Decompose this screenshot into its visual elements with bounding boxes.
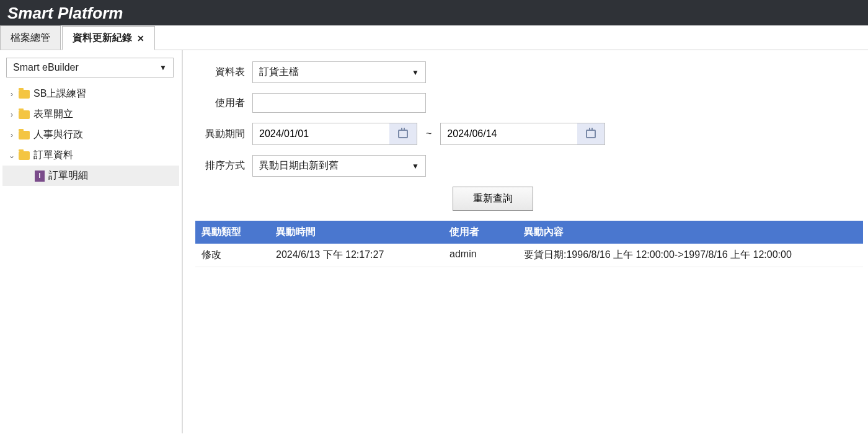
- chevron-down-icon: ⌄: [9, 151, 15, 160]
- col-header-content: 異動內容: [518, 221, 863, 244]
- date-from-picker-button[interactable]: [389, 123, 417, 144]
- cell-content: 要貨日期:1996/8/16 上午 12:00:00->1997/8/16 上午…: [518, 244, 863, 267]
- chevron-down-icon: ▼: [159, 63, 167, 72]
- tree-node-sb-practice[interactable]: › SB上課練習: [2, 84, 179, 104]
- table-select-value: 訂貨主檔: [259, 66, 299, 79]
- folder-icon: [19, 110, 30, 119]
- sidebar: Smart eBuilder ▼ › SB上課練習 › 表單開立 › 人事與行政…: [0, 50, 183, 433]
- table-select[interactable]: 訂貨主檔 ▼: [252, 61, 426, 83]
- date-range-separator: ~: [426, 128, 432, 140]
- chevron-down-icon: ▼: [412, 68, 419, 77]
- tree-node-label: 人事與行政: [33, 128, 83, 141]
- user-label: 使用者: [195, 97, 245, 110]
- col-header-user: 使用者: [443, 221, 518, 244]
- tree-node-label: SB上課練習: [33, 87, 86, 100]
- grid-header: 異動類型 異動時間 使用者 異動內容: [195, 221, 863, 244]
- sort-select[interactable]: 異動日期由新到舊 ▼: [252, 155, 426, 177]
- chevron-right-icon: ›: [9, 110, 15, 119]
- tab-data-update-log[interactable]: 資料更新紀錄 ✕: [62, 26, 155, 50]
- folder-icon: [19, 151, 30, 160]
- folder-icon: [19, 90, 30, 99]
- tree-node-form-create[interactable]: › 表單開立: [2, 104, 179, 125]
- date-to-picker-button[interactable]: [577, 123, 604, 144]
- cell-user: admin: [443, 244, 518, 267]
- file-icon: I: [35, 170, 45, 182]
- table-label: 資料表: [195, 66, 245, 79]
- tab-label: 資料更新紀錄: [73, 32, 132, 45]
- nav-tree: › SB上課練習 › 表單開立 › 人事與行政 ⌄ 訂單資料 I 訂單明: [2, 84, 179, 186]
- tab-bar: 檔案總管 資料更新紀錄 ✕: [0, 25, 868, 50]
- tree-node-hr-admin[interactable]: › 人事與行政: [2, 125, 179, 145]
- date-to-input[interactable]: [441, 125, 577, 143]
- tree-node-order-detail[interactable]: I 訂單明細: [2, 166, 179, 186]
- project-select[interactable]: Smart eBuilder ▼: [6, 58, 174, 78]
- tree-node-label: 表單開立: [33, 108, 73, 121]
- result-grid: 異動類型 異動時間 使用者 異動內容 修改 2024/6/13 下午 12:17…: [195, 221, 863, 267]
- tab-label: 檔案總管: [11, 32, 50, 45]
- chevron-right-icon: ›: [9, 131, 15, 140]
- tab-file-manager[interactable]: 檔案總管: [0, 25, 61, 50]
- period-label: 異動期間: [195, 128, 245, 141]
- calendar-icon: [586, 130, 596, 138]
- user-input[interactable]: [252, 93, 426, 113]
- sort-select-value: 異動日期由新到舊: [259, 159, 339, 172]
- main-area: Smart eBuilder ▼ › SB上課練習 › 表單開立 › 人事與行政…: [0, 50, 868, 433]
- tree-node-order-data[interactable]: ⌄ 訂單資料: [2, 145, 179, 166]
- chevron-down-icon: ▼: [412, 162, 419, 170]
- sort-label: 排序方式: [195, 159, 245, 172]
- folder-icon: [19, 131, 30, 140]
- app-header: Smart Platform: [0, 0, 868, 25]
- tree-node-label: 訂單資料: [33, 149, 73, 162]
- project-select-value: Smart eBuilder: [13, 62, 79, 73]
- col-header-time: 異動時間: [270, 221, 443, 244]
- app-title: Smart Platform: [7, 4, 861, 23]
- content-panel: 資料表 訂貨主檔 ▼ 使用者 異動期間 ~ 排序方式 異動日: [183, 50, 868, 433]
- date-from-input[interactable]: [253, 125, 389, 143]
- tree-node-label: 訂單明細: [48, 169, 88, 182]
- calendar-icon: [398, 130, 408, 138]
- cell-type: 修改: [195, 244, 270, 267]
- grid-row[interactable]: 修改 2024/6/13 下午 12:17:27 admin 要貨日期:1996…: [195, 244, 863, 267]
- requery-button[interactable]: 重新查詢: [453, 187, 533, 211]
- close-icon[interactable]: ✕: [137, 33, 144, 43]
- col-header-type: 異動類型: [195, 221, 270, 244]
- date-from-wrap: [252, 123, 417, 145]
- date-to-wrap: [440, 123, 605, 145]
- chevron-right-icon: ›: [9, 90, 15, 99]
- cell-time: 2024/6/13 下午 12:17:27: [270, 244, 443, 267]
